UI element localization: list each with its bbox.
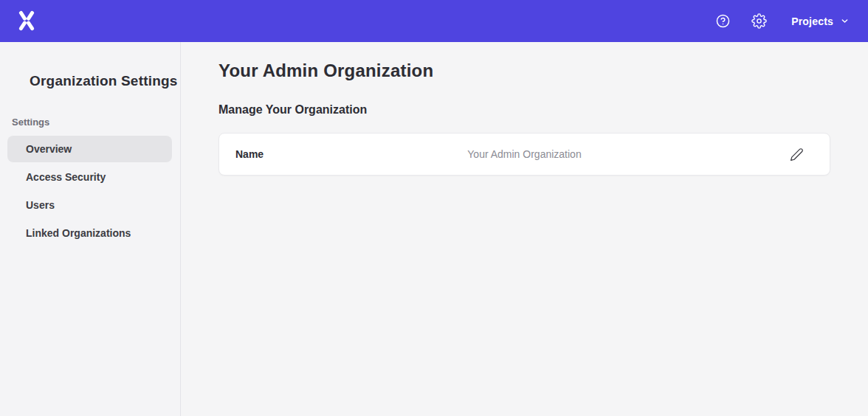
page-title: Your Admin Organization: [218, 60, 830, 81]
edit-name-button[interactable]: [789, 147, 805, 162]
sidebar-item-access-security[interactable]: Access Security: [7, 164, 172, 190]
main-content: Your Admin Organization Manage Your Orga…: [181, 42, 868, 416]
projects-dropdown[interactable]: Projects: [791, 15, 849, 27]
mixpanel-x-logo-icon: [17, 10, 36, 31]
help-icon: [715, 13, 731, 29]
sidebar-item-users[interactable]: Users: [7, 192, 172, 218]
name-value: Your Admin Organization: [467, 148, 581, 160]
top-navigation-bar: Projects: [0, 0, 868, 42]
section-title: Manage Your Organization: [218, 103, 830, 117]
settings-button[interactable]: [751, 13, 767, 30]
sidebar-item-linked-organizations[interactable]: Linked Organizations: [7, 220, 172, 246]
organization-name-card: Name Your Admin Organization: [218, 133, 830, 176]
sidebar-title: Organization Settings: [0, 73, 180, 89]
projects-label: Projects: [791, 15, 833, 27]
organization-settings-sidebar: Organization Settings Settings Overview …: [0, 42, 181, 416]
topbar-actions: Projects: [714, 13, 849, 30]
chevron-down-icon: [841, 17, 849, 25]
sidebar-section-label: Settings: [12, 117, 180, 128]
pencil-icon: [790, 148, 804, 162]
page-body: Organization Settings Settings Overview …: [0, 42, 868, 416]
brand-logo[interactable]: [17, 11, 36, 32]
name-label: Name: [235, 148, 264, 160]
sidebar-item-overview[interactable]: Overview: [7, 136, 172, 162]
sidebar-nav: Overview Access Security Users Linked Or…: [0, 136, 180, 246]
gear-icon: [751, 13, 767, 29]
help-button[interactable]: [714, 13, 731, 30]
